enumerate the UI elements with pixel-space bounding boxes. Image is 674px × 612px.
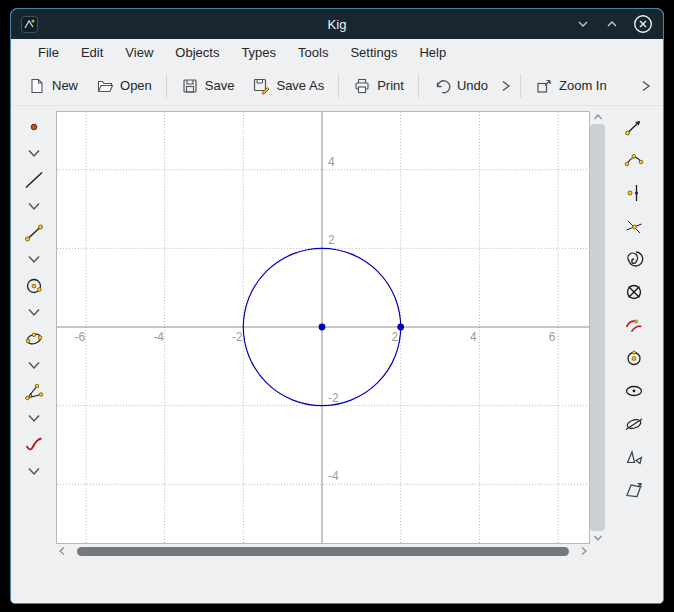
tool-line[interactable] (20, 168, 48, 192)
save-as-label: Save As (276, 78, 324, 93)
circle-group-expander[interactable] (20, 305, 48, 320)
tool-intersection[interactable] (620, 214, 648, 238)
tool-arc-by-three-points[interactable] (620, 148, 648, 172)
canvas-area: -6-4-224642-2-4 (56, 106, 605, 561)
scroll-left-button[interactable] (56, 544, 68, 558)
toolbar-separator (520, 74, 521, 98)
vertical-scrollbar[interactable] (590, 111, 605, 544)
horizontal-scrollbar[interactable] (56, 544, 590, 558)
menu-settings[interactable]: Settings (341, 41, 406, 64)
print-button[interactable]: Print (344, 71, 413, 101)
tool-circle[interactable] (20, 274, 48, 298)
tool-angle[interactable] (20, 380, 48, 404)
tool-circle-center-point[interactable] (620, 346, 648, 370)
menu-objects[interactable]: Objects (166, 41, 228, 64)
scroll-up-button[interactable] (591, 111, 605, 123)
zoom-in-button[interactable]: Zoom In (526, 71, 616, 101)
menu-view[interactable]: View (116, 41, 162, 64)
intersection-icon (623, 215, 645, 237)
new-button[interactable]: New (19, 71, 87, 101)
vertical-scroll-thumb[interactable] (590, 124, 605, 531)
menu-edit[interactable]: Edit (72, 41, 112, 64)
svg-text:2: 2 (391, 330, 398, 344)
tool-hide-object[interactable] (620, 280, 648, 304)
arc-three-points-icon (623, 149, 645, 171)
point-group-expander[interactable] (20, 146, 48, 161)
chevron-down-icon (25, 253, 43, 266)
chevron-right-icon (638, 77, 654, 95)
tool-conic[interactable] (20, 327, 48, 351)
minimize-button[interactable] (575, 16, 591, 32)
tool-vector[interactable] (620, 115, 648, 139)
canvas-frame: -6-4-224642-2-4 (56, 111, 590, 544)
chevron-right-icon (498, 77, 514, 95)
left-toolbar (11, 106, 56, 561)
status-bar (11, 561, 663, 603)
tool-locus[interactable] (620, 247, 648, 271)
horizontal-scroll-track[interactable] (68, 544, 578, 558)
svg-text:4: 4 (328, 155, 335, 169)
menu-types[interactable]: Types (232, 41, 285, 64)
new-label: New (52, 78, 78, 93)
toolbar-overflow-button[interactable] (637, 73, 655, 99)
toolbar-separator (166, 74, 167, 98)
svg-text:2: 2 (328, 233, 335, 247)
conic-group-expander[interactable] (20, 358, 48, 373)
tool-arcs[interactable] (620, 313, 648, 337)
close-button[interactable] (633, 14, 653, 34)
save-as-icon (252, 77, 270, 95)
main-content: -6-4-224642-2-4 (11, 106, 663, 561)
point-on-line-icon (623, 182, 645, 204)
angle-group-expander[interactable] (20, 411, 48, 426)
undo-expand-button[interactable] (497, 73, 515, 99)
maximize-icon (604, 16, 620, 32)
vertical-scroll-track[interactable] (590, 123, 605, 532)
segment-group-expander[interactable] (20, 252, 48, 267)
line-icon (23, 169, 45, 191)
circle-icon (23, 275, 45, 297)
tool-hyperbola[interactable] (620, 412, 648, 436)
test-group-expander[interactable] (20, 464, 48, 479)
reflect-icon (623, 446, 645, 468)
chevron-down-icon (25, 200, 43, 213)
menu-tools[interactable]: Tools (289, 41, 337, 64)
horizontal-scroll-thumb[interactable] (77, 547, 570, 556)
menu-file[interactable]: File (29, 41, 68, 64)
tool-reflect[interactable] (620, 445, 648, 469)
svg-text:4: 4 (470, 330, 477, 344)
vector-icon (623, 116, 645, 138)
svg-text:6: 6 (549, 330, 556, 344)
point-icon (23, 116, 45, 138)
tool-segment[interactable] (20, 221, 48, 245)
tool-point-on-object[interactable] (620, 181, 648, 205)
toolbar-separator (338, 74, 339, 98)
geometry-canvas[interactable]: -6-4-224642-2-4 (57, 112, 589, 543)
circle-center-point-icon (623, 347, 645, 369)
tool-point[interactable] (20, 115, 48, 139)
minimize-icon (575, 16, 591, 32)
tool-test[interactable] (20, 433, 48, 457)
undo-button[interactable]: Undo (424, 71, 497, 101)
undo-label: Undo (457, 78, 488, 93)
segment-icon (23, 222, 45, 244)
window-controls (575, 14, 653, 34)
save-as-button[interactable]: Save As (243, 71, 333, 101)
red-arcs-icon (623, 314, 645, 336)
main-toolbar: New Open Save (11, 66, 663, 106)
maximize-button[interactable] (604, 16, 620, 32)
tool-ellipse[interactable] (620, 379, 648, 403)
title-bar[interactable]: Kig (11, 9, 663, 39)
open-button[interactable]: Open (87, 71, 161, 101)
chevron-down-icon (25, 359, 43, 372)
save-button[interactable]: Save (172, 71, 244, 101)
scale-icon (623, 479, 645, 501)
tool-scale[interactable] (620, 478, 648, 502)
angle-icon (23, 381, 45, 403)
scroll-down-button[interactable] (591, 532, 605, 544)
chevron-down-icon (25, 412, 43, 425)
menu-help[interactable]: Help (410, 41, 455, 64)
scroll-right-button[interactable] (578, 544, 590, 558)
menu-bar: File Edit View Objects Types Tools Setti… (11, 39, 663, 66)
line-group-expander[interactable] (20, 199, 48, 214)
hidden-circle-icon (623, 281, 645, 303)
